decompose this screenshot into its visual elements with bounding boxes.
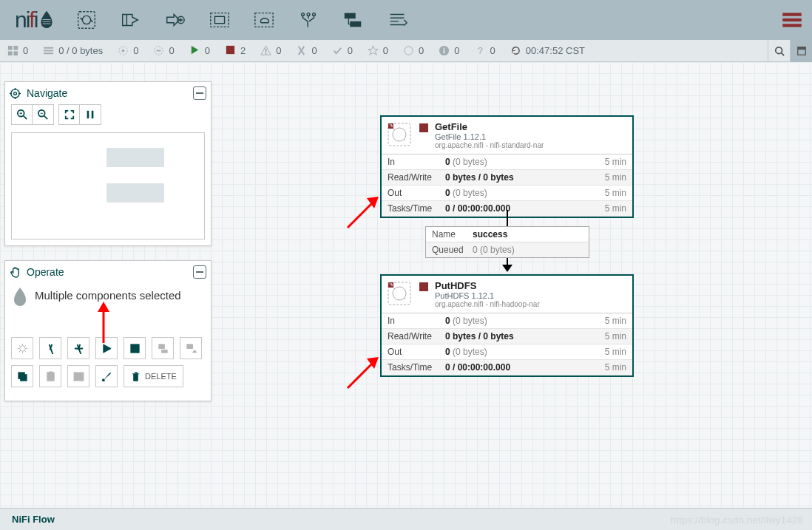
status-remote-rx: 0: [153, 45, 174, 56]
start-button[interactable]: [95, 337, 118, 359]
stopped-icon: [419, 123, 429, 133]
stat-row: Out0 (0 bytes)5 min: [382, 344, 632, 360]
configure-button[interactable]: [11, 337, 33, 359]
svg-rect-26: [226, 45, 234, 53]
add-funnel-button[interactable]: [291, 3, 325, 37]
collapse-button[interactable]: [193, 265, 206, 279]
add-output-port-button[interactable]: [158, 3, 192, 37]
processor-type: PutHDFS 1.12.1: [435, 291, 540, 300]
enable-button[interactable]: [39, 337, 61, 359]
svg-rect-42: [87, 111, 89, 119]
svg-rect-48: [158, 344, 164, 348]
svg-rect-6: [215, 16, 225, 23]
svg-rect-52: [20, 374, 26, 380]
svg-rect-22: [44, 52, 53, 54]
svg-rect-47: [130, 344, 138, 352]
svg-rect-7: [255, 13, 273, 27]
status-sync-fail: 0: [403, 45, 424, 56]
svg-rect-16: [8, 46, 13, 50]
hand-icon: [10, 267, 21, 278]
global-menu-button[interactable]: [779, 7, 805, 35]
create-template-button[interactable]: [152, 337, 174, 359]
delete-button[interactable]: DELETE: [124, 365, 183, 387]
svg-rect-19: [13, 51, 18, 55]
svg-rect-3: [78, 12, 95, 29]
search-button[interactable]: [768, 40, 790, 62]
zoom-fit-button[interactable]: [59, 105, 80, 124]
add-template-button[interactable]: [336, 3, 370, 37]
status-stale: 0: [368, 45, 388, 56]
upload-template-button[interactable]: [180, 337, 202, 359]
disable-button[interactable]: [67, 337, 89, 359]
add-process-group-button[interactable]: [203, 3, 237, 37]
svg-rect-2: [43, 24, 51, 24]
add-input-port-button[interactable]: [114, 3, 148, 37]
zoom-out-button[interactable]: [33, 105, 53, 124]
status-uptodate: 0: [332, 45, 353, 56]
svg-rect-20: [44, 47, 53, 49]
svg-rect-15: [782, 24, 802, 27]
stat-row: Read/Write0 bytes / 0 bytes5 min: [382, 170, 632, 186]
svg-rect-50: [186, 344, 192, 348]
svg-point-9: [308, 13, 311, 16]
stopped-icon: [419, 282, 429, 292]
navigate-title: Navigate: [27, 87, 67, 99]
collapse-button[interactable]: [193, 86, 206, 100]
zoom-actual-button[interactable]: :: [80, 105, 101, 124]
operate-selection-label: Multiple components selected: [35, 289, 205, 302]
processor-name: GetFile: [435, 121, 544, 132]
breadcrumb-root[interactable]: NiFi Flow: [12, 514, 55, 525]
add-processor-button[interactable]: [70, 3, 104, 37]
svg-rect-5: [211, 13, 229, 27]
target-icon: [10, 88, 21, 99]
stop-button[interactable]: [124, 337, 146, 359]
svg-point-57: [101, 378, 104, 381]
paste-button[interactable]: [39, 365, 61, 387]
color-button[interactable]: [95, 365, 118, 387]
svg-rect-32: [444, 50, 445, 54]
birdseye-view[interactable]: [11, 132, 205, 239]
status-stopped: 2: [225, 44, 246, 58]
flow-canvas[interactable]: Navigate : Operate Multiple compo: [0, 62, 812, 508]
processor-name: PutHDFS: [435, 280, 540, 291]
processor-puthdfs[interactable]: PutHDFS PutHDFS 1.12.1 org.apache.nifi -…: [380, 274, 634, 377]
add-label-button[interactable]: [380, 3, 414, 37]
group-button[interactable]: [67, 365, 89, 387]
svg-point-8: [302, 13, 305, 16]
svg-rect-18: [8, 51, 13, 55]
connection-label[interactable]: Namesuccess Queued0 (0 bytes): [425, 226, 589, 258]
svg-rect-1: [43, 21, 51, 22]
navigate-panel: Navigate :: [4, 81, 212, 246]
svg-rect-21: [44, 50, 53, 52]
svg-rect-0: [43, 19, 51, 20]
add-remote-process-group-button[interactable]: [247, 3, 281, 37]
stat-row: Tasks/Time0 / 00:00:00.0005 min: [382, 360, 632, 376]
status-refresh-time: 00:47:52 CST: [510, 45, 585, 56]
svg-point-38: [14, 92, 17, 95]
status-invalid: 0: [260, 45, 281, 56]
copy-button[interactable]: [11, 365, 33, 387]
svg-point-10: [313, 13, 316, 16]
nifi-drop-icon: [11, 286, 29, 308]
status-disabled: 0: [296, 45, 317, 56]
bulletin-board-button[interactable]: [790, 40, 812, 62]
zoom-in-button[interactable]: [12, 105, 33, 124]
watermark: https://blog.csdn.net/llwy1428: [670, 514, 803, 526]
stat-row: Read/Write0 bytes / 0 bytes5 min: [382, 329, 632, 344]
annotation-arrow: [345, 194, 382, 231]
stat-row: In0 (0 bytes)5 min: [382, 313, 632, 329]
svg-rect-63: [419, 282, 428, 291]
status-queue: 0 / 0 bytes: [43, 45, 103, 56]
svg-text::: :: [89, 114, 90, 118]
top-toolbar: nifi: [0, 0, 812, 40]
status-threads: 0: [7, 45, 28, 56]
svg-point-37: [11, 89, 19, 97]
status-unknown: ?0: [475, 45, 495, 56]
svg-rect-44: [92, 111, 94, 119]
svg-text:?: ?: [477, 45, 482, 56]
svg-rect-13: [782, 13, 802, 16]
status-remote-tx: 0: [118, 45, 138, 56]
processor-getfile[interactable]: GetFile GetFile 1.12.1 org.apache.nifi -…: [380, 115, 634, 218]
nifi-logo: nifi: [15, 7, 55, 33]
svg-rect-11: [345, 13, 356, 19]
